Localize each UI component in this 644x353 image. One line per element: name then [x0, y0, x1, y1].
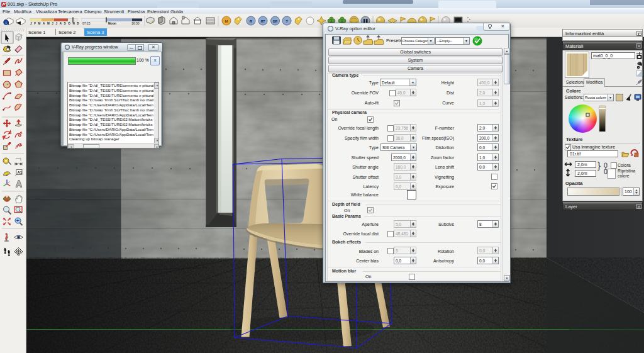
svg-text:RT: RT: [261, 20, 265, 23]
svg-text:A1: A1: [18, 171, 23, 174]
svg-text:BR: BR: [273, 20, 278, 23]
svg-text:?: ?: [286, 20, 288, 23]
svg-text:07:15: 07:15: [82, 21, 91, 25]
svg-text:16:30: 16:30: [131, 21, 140, 25]
svg-text:M: M: [225, 20, 228, 23]
svg-text:Noon: Noon: [108, 21, 116, 25]
svg-text:JFMAMJJASOND: JFMAMJJASOND: [30, 22, 81, 25]
svg-text:R: R: [250, 20, 253, 23]
